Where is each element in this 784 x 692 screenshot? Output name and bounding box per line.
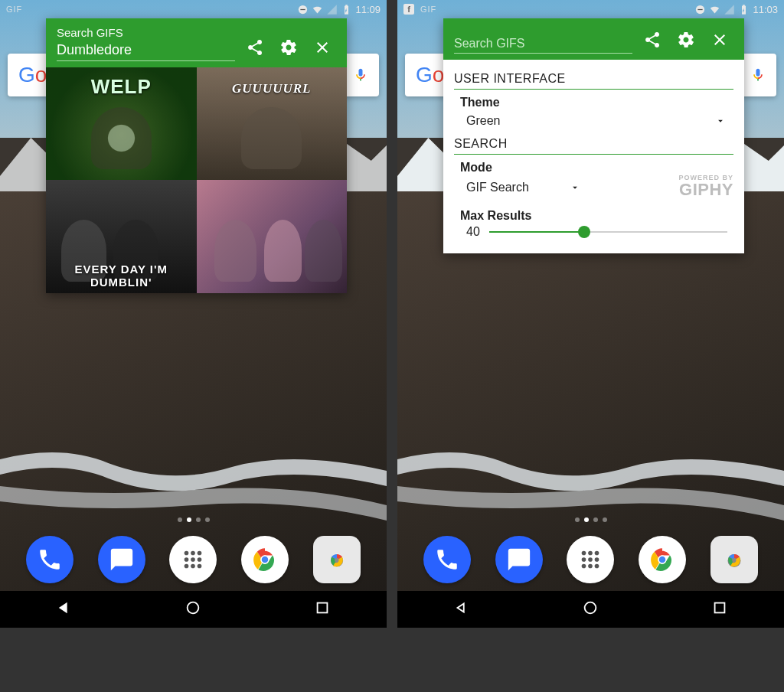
svg-point-7	[198, 557, 202, 562]
max-results-slider[interactable]	[489, 224, 727, 240]
svg-point-5	[185, 557, 189, 562]
mode-value: GIF Search	[466, 181, 529, 194]
battery-icon	[341, 4, 352, 15]
gif-indicator: GIF	[6, 5, 22, 14]
dock	[0, 536, 387, 583]
wifi-icon	[312, 4, 323, 15]
svg-rect-34	[714, 603, 724, 613]
chevron-down-icon	[570, 182, 580, 193]
settings-button[interactable]	[672, 26, 700, 54]
signal-icon	[326, 4, 338, 15]
svg-point-26	[582, 564, 586, 569]
phone-app[interactable]	[26, 536, 74, 583]
section-search: SEARCH	[454, 131, 733, 154]
theme-value: Green	[466, 114, 500, 128]
widget-header	[443, 18, 744, 60]
phone-right: f GIF 11:03 Google	[397, 0, 784, 628]
messages-app[interactable]	[98, 536, 145, 583]
max-results-label: Max Results	[454, 209, 733, 223]
search-input[interactable]	[454, 37, 632, 54]
phone-app[interactable]	[423, 536, 471, 583]
gif-result[interactable]: WELP	[46, 67, 197, 180]
section-user-interface: USER INTERFACE	[454, 66, 733, 89]
svg-point-21	[589, 551, 593, 556]
svg-rect-1	[301, 8, 305, 9]
battery-icon	[738, 4, 750, 15]
svg-point-23	[582, 557, 586, 562]
nav-recent[interactable]	[711, 599, 728, 619]
chrome-app[interactable]	[241, 536, 289, 583]
dnd-icon	[694, 4, 706, 15]
gif-indicator: GIF	[420, 5, 436, 14]
giphy-attribution: POWERED BY GIPHY	[678, 175, 733, 198]
max-results-value: 40	[466, 225, 480, 239]
theme-label: Theme	[454, 96, 733, 109]
svg-rect-17	[317, 603, 327, 613]
dock	[397, 536, 784, 583]
status-bar: GIF 11:09	[0, 0, 387, 18]
facebook-notification-icon: f	[403, 4, 414, 15]
clock: 11:03	[753, 4, 778, 15]
chevron-down-icon	[715, 116, 726, 126]
theme-dropdown[interactable]: Green	[454, 109, 733, 131]
settings-button[interactable]	[275, 34, 302, 61]
close-button[interactable]	[706, 26, 733, 54]
nav-home[interactable]	[582, 599, 599, 619]
nav-back[interactable]	[56, 599, 73, 619]
mode-dropdown[interactable]: GIF Search	[454, 176, 588, 197]
svg-point-4	[198, 551, 202, 556]
gif-settings-widget: USER INTERFACE Theme Green SEARCH Mode G…	[443, 18, 744, 253]
svg-point-24	[589, 557, 593, 562]
gif-result[interactable]	[197, 180, 348, 292]
gif-result[interactable]: GUUUUURL	[197, 67, 348, 180]
clock: 11:09	[355, 4, 381, 15]
svg-point-22	[595, 551, 599, 556]
svg-point-10	[198, 564, 202, 569]
nav-bar	[397, 591, 784, 628]
phone-left: GIF 11:09 Google Search GIFS	[0, 0, 387, 628]
svg-point-20	[582, 551, 586, 556]
svg-point-33	[585, 602, 596, 614]
search-label: Search GIFS	[57, 26, 235, 39]
widget-header: Search GIFS	[46, 18, 347, 67]
dnd-icon	[297, 4, 309, 15]
svg-point-27	[589, 564, 593, 569]
svg-rect-19	[698, 8, 703, 9]
close-button[interactable]	[309, 34, 336, 61]
divider	[454, 89, 733, 90]
messages-app[interactable]	[495, 536, 543, 583]
chrome-app[interactable]	[639, 536, 686, 583]
camera-app[interactable]	[313, 536, 361, 583]
svg-point-25	[595, 557, 599, 562]
app-drawer[interactable]	[567, 536, 614, 583]
mic-icon[interactable]	[353, 64, 368, 86]
wifi-icon	[709, 4, 720, 15]
svg-point-16	[188, 602, 199, 614]
mic-icon[interactable]	[750, 64, 766, 86]
svg-point-3	[191, 551, 196, 556]
nav-recent[interactable]	[314, 599, 331, 619]
divider	[454, 154, 733, 155]
share-button[interactable]	[241, 34, 269, 61]
gif-result[interactable]: EVERY DAY I'M DUMBLIN'	[46, 180, 197, 292]
svg-point-6	[191, 557, 196, 562]
gif-search-widget: Search GIFS WELP GUUUUURL EVERY DAY I'M …	[46, 18, 347, 293]
page-indicator	[0, 517, 387, 522]
mode-label: Mode	[454, 161, 733, 175]
status-bar: f GIF 11:03	[397, 0, 784, 18]
nav-back[interactable]	[453, 599, 470, 619]
search-input[interactable]	[57, 42, 235, 61]
nav-home[interactable]	[185, 599, 201, 619]
page-indicator	[397, 517, 784, 522]
share-button[interactable]	[639, 26, 666, 54]
camera-app[interactable]	[710, 536, 758, 583]
app-drawer[interactable]	[169, 536, 217, 583]
signal-icon	[724, 4, 735, 15]
svg-point-2	[185, 551, 189, 556]
settings-panel: USER INTERFACE Theme Green SEARCH Mode G…	[443, 60, 744, 253]
svg-point-28	[595, 564, 599, 569]
svg-point-8	[185, 564, 189, 569]
gif-results-grid: WELP GUUUUURL EVERY DAY I'M DUMBLIN'	[46, 67, 347, 293]
svg-point-9	[191, 564, 196, 569]
nav-bar	[0, 591, 387, 628]
